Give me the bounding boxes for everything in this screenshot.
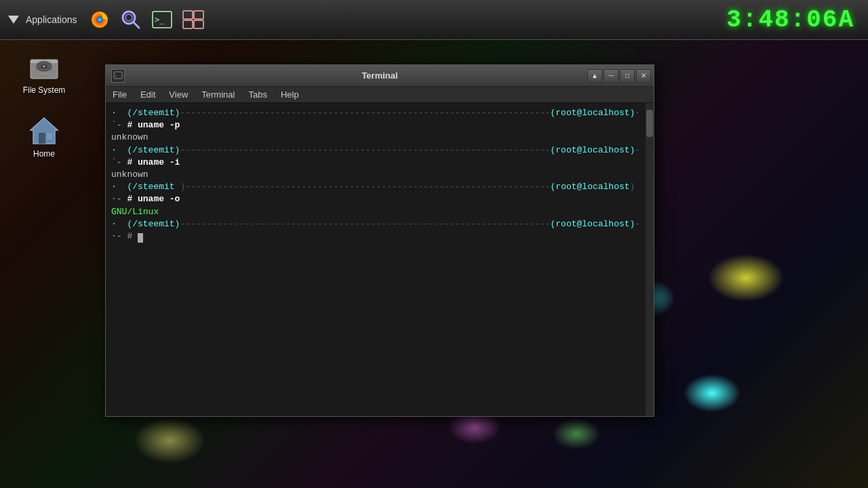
home-icon-image: [28, 114, 60, 146]
terminal-cursor: [138, 233, 143, 243]
terminal-line-3: unknown: [111, 131, 648, 144]
search-button[interactable]: [118, 7, 144, 33]
svg-rect-10: [194, 11, 203, 19]
svg-line-5: [134, 22, 139, 28]
clock: 3:48:06A: [726, 6, 854, 34]
svg-rect-21: [39, 133, 45, 144]
close-button[interactable]: ✕: [636, 69, 651, 83]
filesystem-label: File System: [23, 85, 66, 95]
filesystem-icon[interactable]: File System: [14, 47, 75, 98]
screen-manager-button[interactable]: [180, 7, 206, 33]
triangle-icon: [8, 16, 19, 24]
applications-menu-button[interactable]: Applications: [3, 12, 83, 28]
menu-view[interactable]: View: [162, 88, 195, 101]
terminal-menubar: File Edit View Terminal Tabs Help: [106, 87, 654, 103]
terminal-titlebar: >_ Terminal ▲ ─ □ ✕: [106, 65, 654, 87]
terminal-title: Terminal: [361, 70, 397, 81]
titlebar-buttons: ▲ ─ □ ✕: [587, 69, 651, 83]
terminal-scrollbar[interactable]: [646, 103, 654, 416]
terminal-line-6: unknown: [111, 169, 648, 181]
svg-point-3: [98, 18, 102, 22]
terminal-window: >_ Terminal ▲ ─ □ ✕ File Edit View Termi…: [105, 64, 654, 417]
terminal-line-5: `- # uname -i: [111, 157, 648, 169]
taskbar: Applications >_: [0, 0, 868, 40]
terminal-line-cursor: ·- #: [111, 230, 648, 243]
minimize-button[interactable]: ─: [604, 69, 618, 83]
applications-label: Applications: [26, 14, 77, 25]
filesystem-icon-image: [28, 50, 60, 83]
menu-edit[interactable]: Edit: [134, 88, 162, 101]
terminal-content[interactable]: · (/steemit)----------------------------…: [106, 103, 654, 416]
menu-help[interactable]: Help: [274, 88, 306, 101]
terminal-button[interactable]: >_: [149, 7, 175, 33]
terminal-line-10: · (/steemit)----------------------------…: [111, 218, 648, 230]
menu-tabs[interactable]: Tabs: [241, 88, 273, 101]
svg-point-6: [125, 14, 132, 21]
scrollbar-thumb[interactable]: [646, 110, 653, 137]
terminal-line-8: ·- # uname -o: [111, 193, 648, 205]
svg-rect-9: [183, 11, 193, 19]
terminal-titlebar-icon: >_: [111, 69, 125, 83]
firefox-button[interactable]: [87, 7, 113, 33]
terminal-line-7: · (/steemit )---------------------------…: [111, 181, 648, 193]
svg-text:>_: >_: [155, 15, 165, 24]
scroll-up-button[interactable]: ▲: [587, 69, 602, 83]
desktop-icons-container: File System Home: [14, 47, 75, 161]
svg-rect-22: [47, 133, 52, 140]
menu-terminal[interactable]: Terminal: [195, 88, 241, 101]
svg-text:>_: >_: [115, 73, 120, 79]
terminal-line-9: GNU/Linux: [111, 206, 648, 218]
terminal-line-1: · (/steemit)----------------------------…: [111, 107, 648, 119]
terminal-line-4: · (/steemit)----------------------------…: [111, 144, 648, 157]
terminal-line-2: `- # uname -p: [111, 119, 648, 131]
svg-rect-11: [183, 20, 193, 28]
home-icon[interactable]: Home: [14, 111, 75, 161]
maximize-button[interactable]: □: [620, 69, 635, 83]
menu-file[interactable]: File: [106, 88, 134, 101]
svg-rect-12: [194, 20, 203, 28]
home-label: Home: [33, 149, 55, 159]
